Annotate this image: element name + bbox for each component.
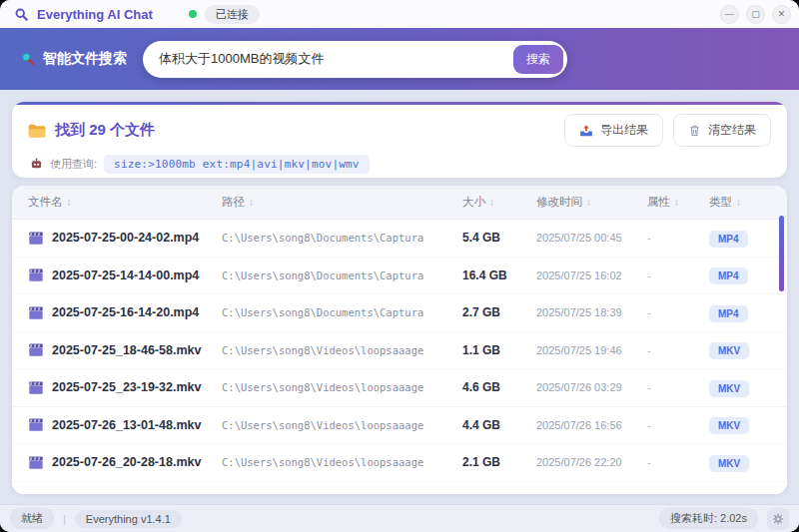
file-attr-cell: - bbox=[647, 381, 709, 393]
file-modified-cell: 2025/07/25 16:02 bbox=[536, 269, 647, 281]
file-attr-cell: - bbox=[647, 269, 709, 281]
file-name-text: 2025-07-25-16-14-20.mp4 bbox=[52, 305, 199, 319]
title-bar: Everything AI Chat 已连接 — ▢ ✕ bbox=[0, 0, 799, 28]
smart-search-label: 智能文件搜索 bbox=[20, 50, 127, 68]
app-window: Everything AI Chat 已连接 — ▢ ✕ 智能文件搜索 搜索 bbox=[0, 0, 799, 532]
maximize-button[interactable]: ▢ bbox=[746, 5, 765, 24]
query-chip: size:>1000mb ext:mp4|avi|mkv|mov|wmv bbox=[104, 155, 370, 174]
sort-icon: ↕ bbox=[249, 197, 254, 208]
file-size-cell: 2.1 GB bbox=[462, 455, 536, 469]
status-right-group: 搜索耗时: 2.02s bbox=[659, 508, 789, 530]
file-path-cell: C:\Users\song8\Documents\Captura bbox=[222, 306, 462, 318]
file-path-cell: C:\Users\song8\Videos\loopsaaage bbox=[222, 419, 462, 431]
clear-results-button[interactable]: 清空结果 bbox=[673, 114, 771, 147]
search-box: 搜索 bbox=[143, 41, 567, 78]
file-name-cell: 2025-07-25-16-14-20.mp4 bbox=[28, 305, 222, 320]
file-attr-cell: - bbox=[647, 232, 709, 244]
column-header-size[interactable]: 大小↕ bbox=[462, 195, 536, 210]
search-input[interactable] bbox=[159, 52, 513, 67]
file-path-cell: C:\Users\song8\Documents\Captura bbox=[222, 232, 462, 244]
file-size-cell: 5.4 GB bbox=[462, 231, 536, 245]
file-type-badge: MKV bbox=[709, 455, 749, 472]
file-path-cell: C:\Users\song8\Videos\loopsaaage bbox=[222, 344, 462, 356]
file-type-cell: MP4 bbox=[709, 266, 787, 284]
file-type-cell: MP4 bbox=[709, 303, 787, 322]
results-actions: 导出结果 清空结果 bbox=[564, 114, 771, 147]
gear-icon bbox=[772, 513, 784, 525]
folder-icon bbox=[28, 123, 46, 139]
sort-icon: ↕ bbox=[586, 197, 591, 208]
column-header-type[interactable]: 类型↕ bbox=[709, 195, 787, 210]
table-row[interactable]: 2025-07-26_13-01-48.mkv C:\Users\song8\V… bbox=[12, 407, 787, 445]
connected-dot-icon bbox=[189, 10, 197, 18]
trash-icon bbox=[688, 124, 701, 137]
table-row[interactable]: 2025-07-26_20-28-18.mkv C:\Users\song8\V… bbox=[12, 444, 787, 482]
table-row[interactable]: 2025-07-25_18-46-58.mkv C:\Users\song8\V… bbox=[12, 332, 787, 370]
file-name-text: 2025-07-25_18-46-58.mkv bbox=[52, 343, 201, 357]
connection-status: 已连接 bbox=[189, 5, 260, 24]
sort-icon: ↕ bbox=[67, 197, 72, 208]
sort-icon: ↕ bbox=[489, 197, 494, 208]
close-button[interactable]: ✕ bbox=[772, 5, 791, 24]
results-count-title: 找到 29 个文件 bbox=[55, 121, 155, 140]
table-header: 文件名↕ 路径↕ 大小↕ 修改时间↕ 属性↕ 类型↕ bbox=[12, 186, 787, 220]
file-name-text: 2025-07-26_13-01-48.mkv bbox=[52, 418, 201, 432]
status-bar: 就绪 | Everything v1.4.1 搜索耗时: 2.02s bbox=[0, 504, 799, 532]
column-header-modified[interactable]: 修改时间↕ bbox=[536, 195, 647, 210]
table-row[interactable]: 2025-07-25-00-24-02.mp4 C:\Users\song8\D… bbox=[12, 220, 787, 258]
status-elapsed: 搜索耗时: 2.02s bbox=[659, 508, 758, 529]
video-clapper-icon bbox=[28, 305, 44, 320]
column-header-path[interactable]: 路径↕ bbox=[222, 195, 462, 210]
vertical-scrollbar[interactable] bbox=[779, 216, 784, 291]
file-type-badge: MP4 bbox=[709, 267, 748, 284]
connection-badge: 已连接 bbox=[205, 5, 260, 24]
file-size-cell: 16.4 GB bbox=[462, 268, 536, 282]
file-type-cell: MP4 bbox=[709, 229, 787, 248]
file-modified-cell: 2025/07/26 22:20 bbox=[536, 456, 647, 468]
file-attr-cell: - bbox=[647, 306, 709, 318]
column-header-name[interactable]: 文件名↕ bbox=[28, 195, 222, 210]
file-name-cell: 2025-07-25-00-24-02.mp4 bbox=[28, 231, 222, 246]
settings-button[interactable] bbox=[767, 508, 789, 530]
file-size-cell: 4.6 GB bbox=[462, 380, 536, 394]
file-path-cell: C:\Users\song8\Videos\loopsaaage bbox=[222, 456, 462, 468]
export-results-button[interactable]: 导出结果 bbox=[564, 114, 663, 147]
file-name-cell: 2025-07-26_13-01-48.mkv bbox=[28, 417, 222, 432]
table-body: 2025-07-25-00-24-02.mp4 C:\Users\song8\D… bbox=[12, 220, 787, 482]
file-name-text: 2025-07-26_20-28-18.mkv bbox=[52, 455, 201, 469]
table-row[interactable]: 2025-07-25-16-14-20.mp4 C:\Users\song8\D… bbox=[12, 294, 787, 332]
query-label: 使用查询: bbox=[50, 157, 97, 172]
status-version: Everything v1.4.1 bbox=[75, 510, 182, 528]
status-ready: 就绪 bbox=[10, 508, 54, 529]
file-modified-cell: 2025/07/26 03:29 bbox=[536, 381, 647, 393]
video-clapper-icon bbox=[28, 342, 44, 357]
file-type-badge: MKV bbox=[709, 342, 749, 359]
file-size-cell: 1.1 GB bbox=[462, 343, 536, 357]
file-modified-cell: 2025/07/25 18:39 bbox=[536, 306, 647, 318]
file-type-cell: MKV bbox=[709, 340, 787, 359]
file-path-cell: C:\Users\song8\Documents\Captura bbox=[222, 269, 462, 281]
video-clapper-icon bbox=[28, 417, 44, 432]
results-top-row: 找到 29 个文件 导出结果 清空结果 bbox=[12, 105, 787, 147]
sort-icon: ↕ bbox=[674, 197, 679, 208]
file-size-cell: 2.7 GB bbox=[462, 305, 536, 319]
file-table-card: 文件名↕ 路径↕ 大小↕ 修改时间↕ 属性↕ 类型↕ 2025-07-25-00… bbox=[12, 186, 787, 494]
file-type-cell: MKV bbox=[709, 378, 787, 397]
table-row[interactable]: 2025-07-25_23-19-32.mkv C:\Users\song8\V… bbox=[12, 369, 787, 407]
table-row[interactable]: 2025-07-25-14-14-00.mp4 C:\Users\song8\D… bbox=[12, 258, 787, 295]
column-header-attr[interactable]: 属性↕ bbox=[647, 195, 709, 210]
file-attr-cell: - bbox=[647, 419, 709, 431]
search-button[interactable]: 搜索 bbox=[513, 45, 563, 74]
query-row: 使用查询: size:>1000mb ext:mp4|avi|mkv|mov|w… bbox=[12, 147, 787, 174]
minimize-button[interactable]: — bbox=[720, 5, 739, 24]
file-size-cell: 4.4 GB bbox=[462, 418, 536, 432]
file-path-cell: C:\Users\song8\Videos\loopsaaage bbox=[222, 381, 462, 393]
file-type-badge: MKV bbox=[709, 380, 749, 397]
video-clapper-icon bbox=[28, 455, 44, 470]
file-attr-cell: - bbox=[647, 456, 709, 468]
sort-icon: ↕ bbox=[736, 197, 741, 208]
file-type-badge: MKV bbox=[709, 417, 749, 434]
file-name-cell: 2025-07-26_20-28-18.mkv bbox=[28, 455, 222, 470]
file-name-cell: 2025-07-25_23-19-32.mkv bbox=[28, 380, 222, 395]
file-name-text: 2025-07-25-14-14-00.mp4 bbox=[52, 268, 199, 282]
